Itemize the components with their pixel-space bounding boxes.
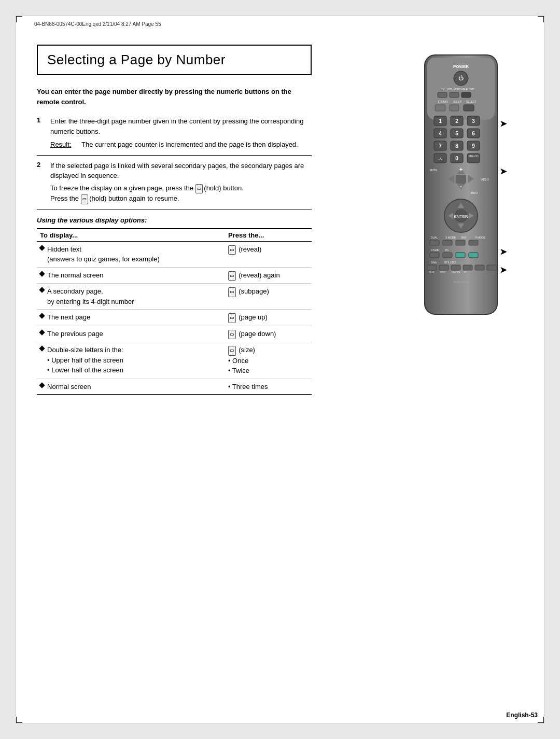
svg-rect-78 <box>451 265 460 270</box>
svg-text:ENTER: ENTER <box>454 214 468 219</box>
item-number-2: 2 <box>37 161 44 204</box>
table-cell-press: ▭ (page down) <box>225 326 312 342</box>
svg-text:STILL/DD: STILL/DD <box>444 261 456 264</box>
left-column: Selecting a Page by Number You can enter… <box>37 45 312 395</box>
item-content-1: Enter the three-digit page number given … <box>50 116 312 150</box>
page-number: English-53 <box>506 712 538 719</box>
diamond-icon <box>39 245 45 250</box>
page-footer: English-53 <box>506 712 538 719</box>
svg-text:TV: TV <box>441 88 445 91</box>
col2-header: Press the... <box>225 229 312 242</box>
svg-rect-67 <box>469 240 478 245</box>
svg-text:DN/e: DN/e <box>431 261 437 264</box>
svg-text:STB: STB <box>447 88 452 91</box>
svg-text:➤: ➤ <box>500 247 507 256</box>
remote-control-image: POWER ⏻ TV STB VCR CABLE DVD TTX/MIX <box>409 50 518 319</box>
table-cell-display: The next page <box>37 310 225 326</box>
svg-rect-12 <box>461 92 471 97</box>
svg-text:SELECT: SELECT <box>466 100 476 103</box>
right-column: POWER ⏻ TV STB VCR CABLE DVD TTX/MIX <box>409 45 523 321</box>
svg-rect-64 <box>430 240 439 245</box>
svg-rect-66 <box>456 240 465 245</box>
svg-text:PC: PC <box>445 248 449 252</box>
svg-text:DVD: DVD <box>469 88 474 91</box>
reveal-again-btn-icon: ▭ <box>228 271 236 281</box>
svg-text:➤: ➤ <box>500 167 507 176</box>
table-row: The next page ▭ (page up) <box>37 310 312 326</box>
svg-text:8: 8 <box>455 143 458 149</box>
svg-text:SRS: SRS <box>461 236 467 239</box>
row3-display: A secondary page,by entering its 4-digit… <box>40 286 222 306</box>
table-cell-press: ▭ (subpage) <box>225 284 312 310</box>
row4-display: The next page <box>40 312 222 323</box>
result-label-1: Result: <box>50 140 75 150</box>
svg-rect-70 <box>430 253 439 258</box>
svg-rect-65 <box>443 240 452 245</box>
svg-text:-: - <box>460 183 462 190</box>
corner-br <box>538 717 544 723</box>
table-cell-display: A secondary page,by entering its 4-digit… <box>37 284 225 310</box>
table-cell-display: The previous page <box>37 326 225 342</box>
page-down-btn-icon: ▭ <box>228 330 236 340</box>
table-cell-press: • Three times <box>225 379 312 395</box>
svg-text:P.SIZE: P.SIZE <box>431 248 439 252</box>
options-title: Using the various display options: <box>37 216 312 224</box>
svg-text:S MODE: S MODE <box>445 236 456 239</box>
svg-text:7: 7 <box>439 143 442 149</box>
svg-text:0: 0 <box>455 156 458 161</box>
svg-text:1: 1 <box>439 118 442 124</box>
svg-rect-73 <box>469 253 478 258</box>
diamond-icon <box>39 287 45 292</box>
svg-rect-76 <box>427 265 437 270</box>
svg-text:BN59-00413: BN59-00413 <box>454 281 468 284</box>
svg-text:PRE-CH: PRE-CH <box>468 155 479 158</box>
svg-text:MUTE: MUTE <box>430 169 438 172</box>
svg-text:2: 2 <box>455 118 458 124</box>
svg-text:POWER: POWER <box>453 64 469 69</box>
row2-display-text: The normal screen <box>47 270 103 281</box>
svg-text:➤: ➤ <box>500 266 507 274</box>
svg-text:SLEEP: SLEEP <box>453 100 462 103</box>
reveal-btn-icon: ▭ <box>228 245 236 255</box>
table-cell-display: Double-size letters in the:• Upper half … <box>37 342 225 379</box>
svg-text:CABLE: CABLE <box>459 88 468 91</box>
svg-text:VIDEO: VIDEO <box>481 178 489 181</box>
svg-text:TTX/MIX: TTX/MIX <box>438 100 448 103</box>
table-cell-display: Hidden text(answers to quiz games, for e… <box>37 241 225 267</box>
svg-rect-17 <box>450 105 459 111</box>
row2-display: The normal screen <box>40 270 222 281</box>
svg-rect-48 <box>456 175 466 184</box>
svg-text:-/-: -/- <box>438 157 442 161</box>
hold-icon-1: ▭ <box>195 184 203 194</box>
corner-tl <box>16 16 22 22</box>
diamond-icon <box>39 345 45 351</box>
table-cell-press: ▭ (page up) <box>225 310 312 326</box>
svg-text:⏻: ⏻ <box>458 75 464 81</box>
row7-display: Normal screen <box>40 382 222 392</box>
svg-text:DUAL: DUAL <box>431 236 438 239</box>
row3-display-text: A secondary page,by entering its 4-digit… <box>47 286 134 306</box>
diamond-icon <box>39 329 45 335</box>
svg-rect-79 <box>463 265 472 270</box>
svg-rect-72 <box>456 253 465 258</box>
table-cell-display: The normal screen <box>37 267 225 284</box>
svg-rect-10 <box>438 92 447 97</box>
table-cell-press: ▭ (reveal) <box>225 241 312 267</box>
item-content-2: If the selected page is linked with seve… <box>50 161 312 204</box>
numbered-item-2: 2 If the selected page is linked with se… <box>37 161 312 210</box>
row4-display-text: The next page <box>47 312 90 323</box>
svg-rect-16 <box>435 105 445 111</box>
table-row: Hidden text(answers to quiz games, for e… <box>37 241 312 267</box>
svg-rect-11 <box>450 92 459 97</box>
row5-display: The previous page <box>40 329 222 339</box>
row1-display-text: Hidden text(answers to quiz games, for e… <box>47 244 160 264</box>
numbered-item-1: 1 Enter the three-digit page number give… <box>37 116 312 156</box>
table-row: Normal screen • Three times <box>37 379 312 395</box>
table-header-row: To display... Press the... <box>37 229 312 242</box>
display-table: To display... Press the... Hidden text(a… <box>37 228 312 395</box>
svg-text:4: 4 <box>439 131 442 136</box>
item-text-2b: To freeze the display on a given page, p… <box>50 183 312 194</box>
item-text-2c: Press the ▭(hold) button again to resume… <box>50 193 312 204</box>
col1-header: To display... <box>37 229 225 242</box>
item-number-1: 1 <box>37 116 44 150</box>
